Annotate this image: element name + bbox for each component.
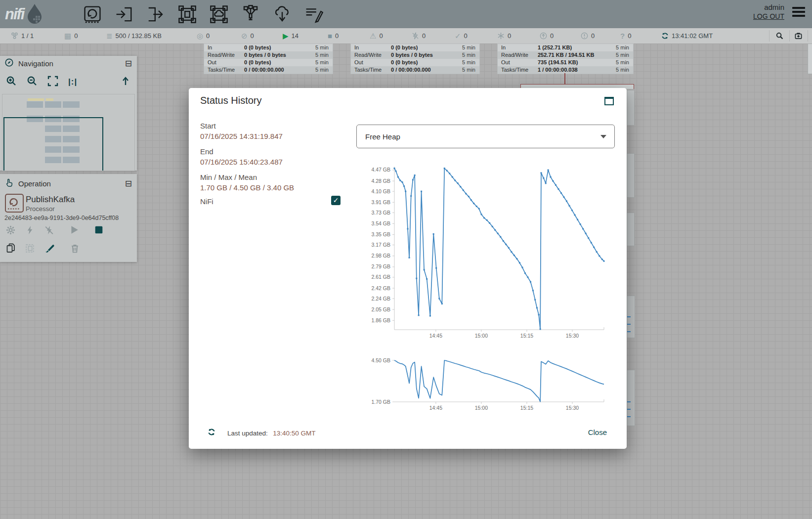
svg-text:4.47 GB: 4.47 GB xyxy=(371,167,390,173)
status-sync-failure: 0 xyxy=(581,28,595,43)
level-up-icon[interactable] xyxy=(120,76,131,88)
status-bar: 1 / 1 ▦ 0 ≣ 500 / 132.85 KB ◎ 0 ⊘ 0 ▶ 14… xyxy=(0,28,812,44)
target-icon: ◎ xyxy=(197,32,203,40)
bolt-slash-icon xyxy=(412,32,419,40)
stop-icon: ■ xyxy=(328,32,332,40)
free-heap-main-chart[interactable]: 4.47 GB4.28 GB4.10 GB3.91 GB3.73 GB3.54 … xyxy=(367,165,607,339)
table-row: Tasks/Time0 / 00:00:00.0005 min xyxy=(351,66,479,74)
group-select-icon[interactable] xyxy=(25,244,35,253)
collapse-icon[interactable]: ⊟ xyxy=(125,59,132,68)
navigation-title: Navigation xyxy=(18,59,125,68)
status-not-transmitting: ⊘ 0 xyxy=(241,28,254,43)
svg-text:14:45: 14:45 xyxy=(429,333,442,339)
refresh-icon[interactable] xyxy=(208,428,215,438)
status-remote-groups: ▦ 0 xyxy=(64,28,78,43)
asterisk-icon xyxy=(497,32,505,40)
operation-panel: Operation ⊟ PublishKafka Processor 2e246… xyxy=(0,174,137,262)
end-label: End xyxy=(200,147,283,156)
start-field: Start 07/16/2025 14:31:19.847 xyxy=(200,122,283,140)
table-row: Read/Write0 bytes / 0 bytes5 min xyxy=(351,51,479,59)
processor-badge-icon xyxy=(5,194,24,213)
zoom-actual-icon[interactable]: |:| xyxy=(68,77,77,87)
svg-text:15:00: 15:00 xyxy=(475,333,488,339)
collapse-icon[interactable]: ⊟ xyxy=(125,179,132,188)
svg-text:3.35 GB: 3.35 GB xyxy=(371,231,390,237)
component-fragment xyxy=(627,153,635,198)
component-stats-table: In1 (252.71 KB)5 min Read/Write252.71 KB… xyxy=(497,43,634,74)
zoom-fit-icon[interactable] xyxy=(47,76,58,88)
delete-trash-icon[interactable] xyxy=(71,244,79,253)
start-play-icon[interactable] xyxy=(69,225,79,235)
end-field: End 07/16/2025 15:40:23.487 xyxy=(200,147,283,166)
color-brush-icon[interactable] xyxy=(44,244,55,253)
table-row: In1 (252.71 KB)5 min xyxy=(498,44,633,51)
label-icon[interactable] xyxy=(304,5,323,24)
status-stopped: ■ 0 xyxy=(328,28,339,43)
table-row: Read/Write0 bytes / 0 bytes5 min xyxy=(204,51,333,59)
info-circle-icon xyxy=(581,32,588,40)
output-port-icon[interactable] xyxy=(146,5,165,24)
status-invalid: ⚠ 0 xyxy=(370,28,383,43)
nifi-logo: nifi xyxy=(5,3,74,26)
birdseye-minimap[interactable] xyxy=(2,94,135,171)
svg-text:3.73 GB: 3.73 GB xyxy=(371,210,390,216)
table-row: Out0 (0 bytes)5 min xyxy=(204,59,333,66)
end-value: 07/16/2025 15:40:23.487 xyxy=(200,158,283,166)
status-cluster: 1 / 1 xyxy=(11,28,34,43)
svg-text:2.24 GB: 2.24 GB xyxy=(371,296,390,302)
status-refresh-time: 13:41:02 GMT xyxy=(661,28,713,43)
cloud-template-icon[interactable] xyxy=(273,5,292,24)
close-button[interactable]: Close xyxy=(588,428,607,436)
processor-icon[interactable] xyxy=(83,5,102,24)
metric-dropdown[interactable]: Free Heap xyxy=(356,125,615,148)
svg-text:3.17 GB: 3.17 GB xyxy=(371,242,390,248)
status-locally-modified: 0 xyxy=(497,28,511,43)
svg-text:2.79 GB: 2.79 GB xyxy=(371,263,390,269)
component-stats-table: In0 (0 bytes)5 min Read/Write0 bytes / 0… xyxy=(350,43,480,74)
svg-text:2.98 GB: 2.98 GB xyxy=(371,253,390,259)
first-aid-kit-icon[interactable] xyxy=(795,32,802,40)
refresh-icon[interactable] xyxy=(661,32,669,40)
zoom-in-icon[interactable] xyxy=(6,76,17,88)
question-icon: ? xyxy=(620,32,625,40)
series-checkbox[interactable]: ✓ xyxy=(331,196,341,205)
maximize-icon[interactable] xyxy=(604,97,614,105)
funnel-icon[interactable] xyxy=(241,5,260,24)
process-group-icon[interactable] xyxy=(178,5,197,24)
play-icon: ▶ xyxy=(283,32,289,40)
svg-text:2.42 GB: 2.42 GB xyxy=(371,285,390,291)
global-menu-icon[interactable] xyxy=(792,7,805,17)
disable-bolt-slash-icon[interactable] xyxy=(44,225,54,235)
status-bulletins[interactable] xyxy=(795,28,802,43)
status-queued: ≣ 500 / 132.85 KB xyxy=(106,28,162,43)
search-icon[interactable] xyxy=(776,32,783,40)
svg-text:15:00: 15:00 xyxy=(475,405,488,411)
svg-text:15:15: 15:15 xyxy=(520,405,533,411)
svg-text:15:30: 15:30 xyxy=(566,333,579,339)
enable-bolt-icon[interactable] xyxy=(26,225,34,235)
input-port-icon[interactable] xyxy=(115,5,133,24)
zoom-out-icon[interactable] xyxy=(27,76,38,88)
warning-icon: ⚠ xyxy=(370,32,376,40)
table-row: In0 (0 bytes)5 min xyxy=(204,44,333,51)
series-nifi-label: NiFi xyxy=(200,197,214,206)
svg-text:2.61 GB: 2.61 GB xyxy=(371,274,390,280)
navigation-panel: Navigation ⊟ |:| xyxy=(0,56,137,171)
stop-square-icon[interactable] xyxy=(94,225,103,234)
dialog-title: Status History xyxy=(200,95,261,106)
metric-dropdown-value: Free Heap xyxy=(365,132,400,141)
minimap-viewport[interactable] xyxy=(3,117,103,171)
svg-text:4.10 GB: 4.10 GB xyxy=(371,188,390,194)
queue-list-icon: ≣ xyxy=(106,32,113,40)
logout-link[interactable]: LOG OUT xyxy=(753,12,784,20)
status-up-to-date: ✓ 0 xyxy=(455,28,468,43)
copy-icon[interactable] xyxy=(6,243,15,253)
start-value: 07/16/2025 14:31:19.847 xyxy=(200,132,283,140)
current-user: admin xyxy=(764,3,784,11)
remote-process-group-icon[interactable] xyxy=(210,5,228,24)
free-heap-brush-chart[interactable]: 4.50 GB1.70 GB14:4515:0015:1515:30 xyxy=(367,357,607,413)
svg-text:4.50 GB: 4.50 GB xyxy=(371,357,390,363)
configure-gear-icon[interactable] xyxy=(6,225,15,235)
table-row: Tasks/Time0 / 00:00:00.0005 min xyxy=(204,66,333,74)
status-search[interactable] xyxy=(776,28,783,43)
